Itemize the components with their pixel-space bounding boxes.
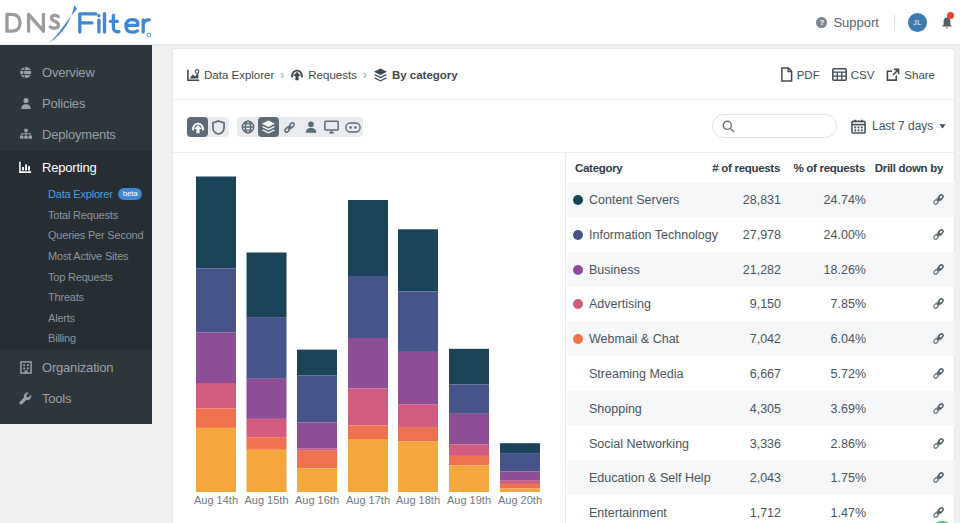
svg-text:Aug 14th: Aug 14th [194, 494, 238, 506]
svg-text:Aug 20th: Aug 20th [498, 494, 542, 506]
svg-text:Aug 19th: Aug 19th [447, 494, 491, 506]
svg-text:Aug 15th: Aug 15th [244, 494, 288, 506]
svg-text:Aug 18th: Aug 18th [396, 494, 440, 506]
svg-text:Aug 16th: Aug 16th [295, 494, 339, 506]
svg-text:Aug 17th: Aug 17th [346, 494, 390, 506]
